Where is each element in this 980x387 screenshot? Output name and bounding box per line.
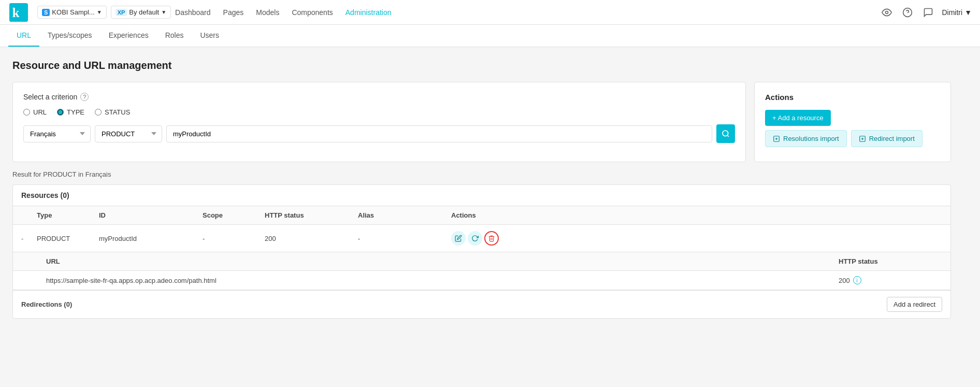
resolutions-import-label: Resolutions import bbox=[783, 135, 839, 142]
actions-panel: Actions + Add a resource Resolutions imp… bbox=[754, 82, 951, 162]
redirect-import-button[interactable]: Redirect import bbox=[851, 130, 923, 147]
criterion-label: Select a criterion ? bbox=[23, 93, 735, 101]
add-resource-label: + Add a resource bbox=[772, 114, 824, 122]
radio-type[interactable]: TYPE bbox=[57, 108, 84, 116]
table-header: Type ID Scope HTTP status Alias Actions bbox=[13, 206, 950, 225]
row-expand[interactable]: - bbox=[21, 235, 37, 242]
nav-models[interactable]: Models bbox=[256, 6, 279, 19]
table-row: - PRODUCT myProductId - 200 - bbox=[13, 225, 950, 252]
resources-header: Resources (0) bbox=[13, 185, 950, 206]
url-value: https://sample-site-fr-qa.apps.op.acp.ad… bbox=[46, 277, 839, 284]
url-sub-table-row: https://sample-site-fr-qa.apps.op.acp.ad… bbox=[13, 271, 950, 290]
import-actions-row: Resolutions import Redirect import bbox=[765, 130, 940, 151]
col-alias-header: Alias bbox=[358, 211, 451, 219]
nav-pages[interactable]: Pages bbox=[223, 6, 244, 19]
user-menu[interactable]: Dimitri ▼ bbox=[942, 8, 972, 17]
subnav-types-scopes[interactable]: Types/scopes bbox=[39, 25, 100, 47]
nav-components[interactable]: Components bbox=[292, 6, 333, 19]
subnav-experiences[interactable]: Experiences bbox=[100, 25, 157, 47]
site-label: KOBI Sampl... bbox=[52, 8, 94, 16]
resolutions-import-button[interactable]: Resolutions import bbox=[765, 130, 847, 147]
sub-navigation: URL Types/scopes Experiences Roles Users bbox=[0, 25, 980, 47]
redirections-row: Redirections (0) Add a redirect bbox=[13, 290, 950, 318]
svg-point-2 bbox=[886, 11, 888, 13]
xp-chevron-icon: ▼ bbox=[161, 9, 166, 15]
radio-url[interactable]: URL bbox=[23, 108, 47, 116]
filter-row: Français English PRODUCT PAGE CATEGORY bbox=[23, 124, 735, 143]
view-icon-button[interactable] bbox=[880, 5, 894, 20]
col-id-header: ID bbox=[99, 211, 203, 219]
url-sub-table-header: URL HTTP status bbox=[13, 252, 950, 271]
row-actions bbox=[451, 231, 513, 246]
main-nav-links: Dashboard Pages Models Components Admini… bbox=[175, 6, 391, 19]
svg-text:k: k bbox=[12, 6, 19, 20]
radio-status[interactable]: STATUS bbox=[95, 108, 130, 116]
subnav-roles[interactable]: Roles bbox=[157, 25, 192, 47]
xp-badge: XP bbox=[116, 9, 127, 16]
radio-status-label: STATUS bbox=[105, 108, 130, 116]
edit-icon-button[interactable] bbox=[451, 231, 466, 246]
subnav-users[interactable]: Users bbox=[192, 25, 227, 47]
url-col-header: URL bbox=[46, 257, 839, 265]
col-type-header: Type bbox=[37, 211, 99, 219]
redirections-label: Redirections (0) bbox=[21, 300, 72, 308]
top-navigation: k S KOBI Sampl... ▼ XP By default ▼ Dash… bbox=[0, 0, 980, 25]
criterion-panel: Select a criterion ? URL TYPE STATUS bbox=[12, 82, 746, 162]
nav-dashboard[interactable]: Dashboard bbox=[175, 6, 211, 19]
result-card: Resources (0) Type ID Scope HTTP status … bbox=[12, 184, 951, 319]
subnav-url[interactable]: URL bbox=[8, 25, 39, 47]
row-scope: - bbox=[203, 235, 265, 242]
panels-row: Select a criterion ? URL TYPE STATUS bbox=[12, 82, 951, 162]
logo: k bbox=[8, 2, 29, 23]
delete-icon-button[interactable] bbox=[484, 231, 499, 246]
chat-icon-button[interactable] bbox=[921, 5, 935, 20]
site-badge: S bbox=[42, 9, 50, 16]
url-http-status-col-header: HTTP status bbox=[839, 257, 942, 265]
url-http-status-value: 200 i bbox=[839, 276, 942, 284]
col-expand bbox=[21, 211, 37, 219]
svg-line-6 bbox=[727, 135, 729, 137]
site-selector[interactable]: S KOBI Sampl... ▼ bbox=[37, 6, 107, 19]
radio-type-label: TYPE bbox=[67, 108, 84, 116]
redirect-import-label: Redirect import bbox=[869, 135, 915, 142]
search-button[interactable] bbox=[716, 124, 735, 143]
row-alias: - bbox=[358, 235, 451, 242]
add-redirect-button[interactable]: Add a redirect bbox=[887, 297, 942, 312]
language-select[interactable]: Français English bbox=[23, 125, 91, 142]
col-scope-header: Scope bbox=[203, 211, 265, 219]
search-input[interactable] bbox=[166, 125, 712, 142]
user-label: Dimitri bbox=[942, 8, 962, 17]
user-chevron-icon: ▼ bbox=[964, 8, 972, 17]
nav-administration[interactable]: Administration bbox=[345, 6, 392, 19]
col-actions-header: Actions bbox=[451, 211, 513, 219]
help-icon-button[interactable] bbox=[900, 5, 915, 20]
row-http-status: 200 bbox=[265, 235, 358, 242]
site-chevron-icon: ▼ bbox=[97, 9, 102, 15]
xp-selector[interactable]: XP By default ▼ bbox=[111, 6, 171, 19]
nav-center: S KOBI Sampl... ▼ XP By default ▼ Dashbo… bbox=[37, 6, 871, 19]
col-http-status-header: HTTP status bbox=[265, 211, 358, 219]
add-resource-button[interactable]: + Add a resource bbox=[765, 110, 831, 126]
help-criterion-icon[interactable]: ? bbox=[80, 93, 89, 101]
row-type: PRODUCT bbox=[37, 235, 99, 242]
xp-label: By default bbox=[129, 8, 159, 16]
type-select[interactable]: PRODUCT PAGE CATEGORY bbox=[95, 125, 162, 142]
page-title: Resource and URL management bbox=[12, 60, 951, 71]
row-id: myProductId bbox=[99, 235, 203, 242]
url-info-icon[interactable]: i bbox=[853, 276, 861, 284]
refresh-icon-button[interactable] bbox=[468, 231, 482, 246]
result-label: Result for PRODUCT in Français bbox=[12, 170, 951, 178]
actions-title: Actions bbox=[765, 93, 940, 102]
svg-point-5 bbox=[723, 131, 728, 136]
top-nav-right: Dimitri ▼ bbox=[880, 5, 972, 20]
main-content: Resource and URL management Select a cri… bbox=[0, 47, 963, 331]
radio-url-label: URL bbox=[33, 108, 47, 116]
radio-group: URL TYPE STATUS bbox=[23, 108, 735, 116]
